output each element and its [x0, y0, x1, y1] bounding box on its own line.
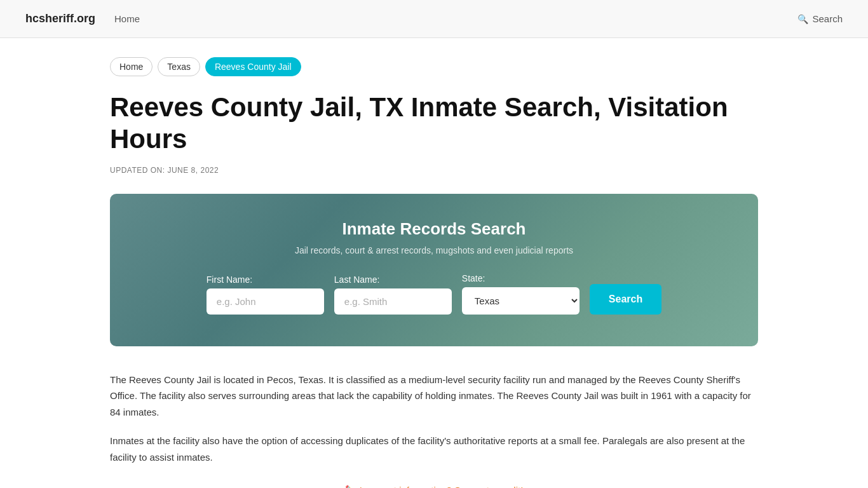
search-icon: 🔍 [797, 14, 808, 24]
inmate-search-box: Inmate Records Search Jail records, cour… [110, 194, 758, 346]
state-select[interactable]: AlabamaAlaskaArizonaArkansasCaliforniaCo… [462, 287, 580, 315]
body-paragraph-1: The Reeves County Jail is located in Pec… [110, 372, 758, 421]
state-field-group: State: AlabamaAlaskaArizonaArkansasCalif… [462, 273, 580, 315]
navbar: hcsheriff.org Home 🔍 Search [0, 0, 868, 38]
search-button[interactable]: Search [590, 284, 661, 315]
main-content: Home Texas Reeves County Jail Reeves Cou… [85, 38, 783, 488]
suggest-edit-section: ✏️ Incorrect information? Suggest an edi… [110, 484, 758, 488]
pencil-icon: ✏️ [345, 485, 356, 488]
first-name-label: First Name: [207, 274, 252, 285]
page-title: Reeves County Jail, TX Inmate Search, Vi… [110, 92, 758, 156]
breadcrumb-reeves-county-jail[interactable]: Reeves County Jail [205, 57, 301, 76]
navbar-left: hcsheriff.org Home [25, 12, 140, 25]
breadcrumb-texas[interactable]: Texas [158, 57, 200, 76]
suggest-edit-label: Incorrect information? Suggest an edit! [360, 485, 524, 488]
last-name-field-group: Last Name: [334, 274, 452, 315]
last-name-label: Last Name: [334, 274, 380, 285]
last-name-input[interactable] [334, 288, 452, 315]
search-box-subtitle: Jail records, court & arrest records, mu… [142, 245, 726, 255]
search-fields: First Name: Last Name: State: AlabamaAla… [142, 273, 726, 315]
breadcrumb-home[interactable]: Home [110, 57, 153, 76]
navbar-search[interactable]: 🔍 Search [797, 13, 843, 24]
state-label: State: [462, 273, 485, 283]
first-name-input[interactable] [207, 288, 324, 315]
body-paragraph-2: Inmates at the facility also have the op… [110, 433, 758, 465]
search-box-title: Inmate Records Search [142, 219, 726, 239]
navbar-search-label[interactable]: Search [812, 13, 843, 24]
site-logo[interactable]: hcsheriff.org [25, 12, 95, 25]
updated-date: UPDATED ON: JUNE 8, 2022 [110, 166, 758, 175]
breadcrumb: Home Texas Reeves County Jail [110, 57, 758, 76]
nav-home-link[interactable]: Home [114, 13, 140, 24]
suggest-edit-link[interactable]: ✏️ Incorrect information? Suggest an edi… [345, 485, 524, 488]
first-name-field-group: First Name: [207, 274, 324, 315]
